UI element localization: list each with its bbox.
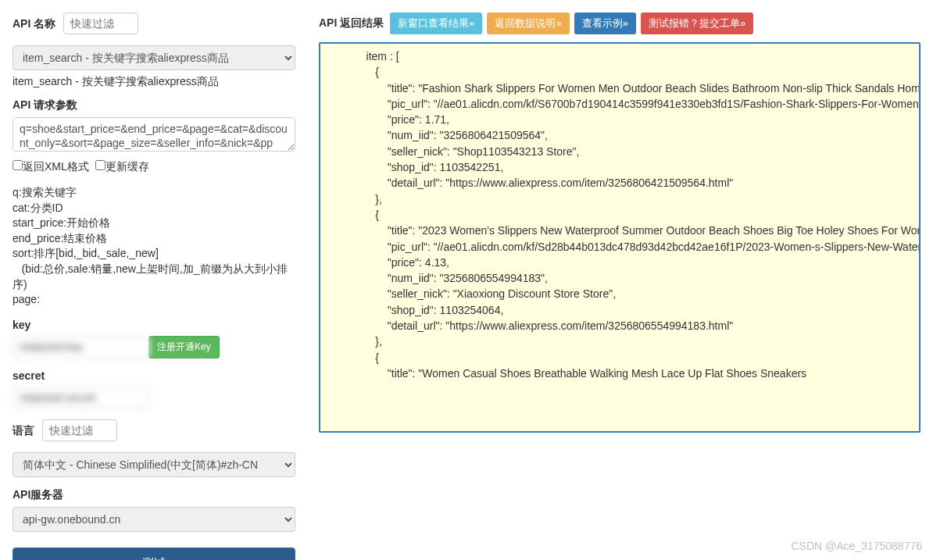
api-params-textarea[interactable]: q=shoe&start_price=&end_price=&page=&cat… <box>13 117 295 152</box>
api-select-caption: item_search - 按关键字搜索aliexpress商品 <box>13 75 300 89</box>
checkbox-cache-wrapper[interactable]: 更新缓存 <box>95 160 149 173</box>
key-label: key <box>13 319 300 331</box>
key-input[interactable] <box>13 336 149 358</box>
secret-input[interactable] <box>13 387 149 408</box>
view-example-button[interactable]: 查看示例» <box>574 12 636 34</box>
open-new-window-button[interactable]: 新窗口查看结果» <box>390 12 482 34</box>
lang-select[interactable]: 简体中文 - Chinese Simplified(中文[简体)#zh-CN <box>13 452 295 477</box>
form-panel: API 名称 item_search - 按关键字搜索aliexpress商品 … <box>13 12 300 560</box>
test-button[interactable]: 测试 <box>13 548 295 560</box>
params-help-text: q:搜索关键字 cat:分类ID start_price:开始价格 end_pr… <box>13 185 300 308</box>
checkbox-xml-wrapper[interactable]: 返回XML格式 <box>13 160 89 173</box>
api-name-filter-input[interactable] <box>63 12 138 34</box>
return-data-desc-button[interactable]: 返回数据说明» <box>487 12 569 34</box>
register-key-button[interactable]: 注册开通Key <box>148 336 220 358</box>
api-name-select[interactable]: item_search - 按关键字搜索aliexpress商品 <box>13 45 295 70</box>
lang-label: 语言 <box>13 424 34 437</box>
result-json-box[interactable]: item : [ { "title": "Fashion Shark Slipp… <box>319 42 920 433</box>
report-error-button[interactable]: 测试报错？提交工单» <box>641 12 753 34</box>
checkbox-xml[interactable] <box>13 160 23 170</box>
secret-label: secret <box>13 369 300 382</box>
api-params-label: API 请求参数 <box>13 98 300 112</box>
api-name-label: API 名称 <box>13 17 55 30</box>
result-title: API 返回结果 <box>319 16 384 30</box>
checkbox-cache[interactable] <box>95 160 105 170</box>
lang-filter-input[interactable] <box>42 419 117 441</box>
result-panel: API 返回结果 新窗口查看结果» 返回数据说明» 查看示例» 测试报错？提交工… <box>319 12 920 560</box>
server-select[interactable]: api-gw.onebound.cn <box>13 507 295 532</box>
server-label: API服务器 <box>13 488 300 502</box>
